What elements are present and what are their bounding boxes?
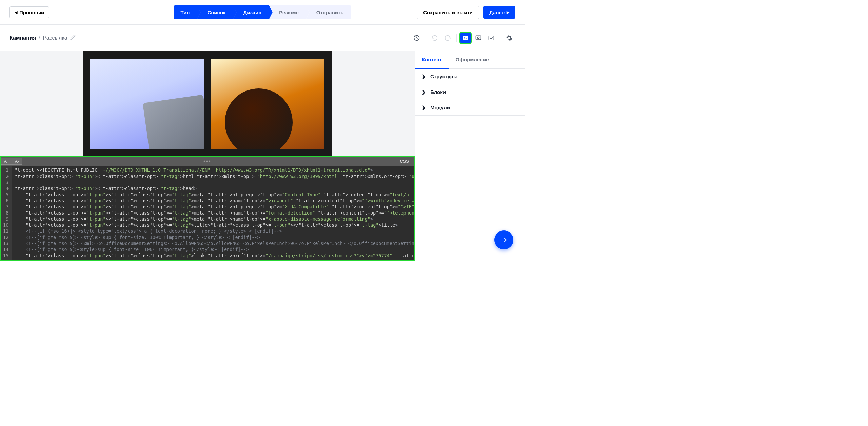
chevron-right-icon: ❯ [422,74,426,79]
chevron-right-icon: ❯ [422,89,426,95]
tab-content[interactable]: Контент [415,51,449,69]
svg-rect-2 [476,36,481,40]
side-tabs: Контент Оформление [415,51,525,69]
drag-handle-icon[interactable]: ••• [203,158,211,164]
previous-button[interactable]: ◀ Прошлый [9,6,49,18]
code-view-icon[interactable] [459,32,472,44]
step-type[interactable]: Тип [174,5,197,19]
top-bar: ◀ Прошлый Тип Список Дизайн Резюме Отпра… [0,0,525,25]
canvas-area: A+ A- ••• CSS 123456789101112131415 "t-d… [0,51,415,261]
breadcrumb-main: Кампания [9,35,36,41]
line-gutter: 123456789101112131415 [1,166,12,260]
test-email-icon[interactable] [485,32,497,44]
font-decrease-button[interactable]: A- [12,158,22,165]
next-button-label: Далее [489,9,505,15]
accordion-label: Структуры [430,74,458,79]
email-image-right[interactable] [211,59,325,149]
svg-point-3 [478,37,479,38]
accordion-modules[interactable]: ❯ Модули [415,100,525,116]
email-image-row [90,59,324,149]
svg-rect-4 [489,36,494,40]
redo-icon[interactable] [441,32,454,44]
history-icon[interactable] [411,32,423,44]
undo-icon[interactable] [429,32,441,44]
code-editor-toolbar: A+ A- ••• CSS [1,157,414,166]
code-editor-panel: A+ A- ••• CSS 123456789101112131415 "t-d… [0,156,415,261]
main-area: A+ A- ••• CSS 123456789101112131415 "t-d… [0,51,525,261]
email-preview[interactable] [83,51,332,157]
email-image-left[interactable] [90,59,204,149]
css-tab[interactable]: CSS [395,159,414,164]
side-panel: Контент Оформление ❯ Структуры ❯ Блоки ❯… [415,51,525,261]
code-content[interactable]: "t-decl"><!DOCTYPE html PUBLIC "-//W3C//… [12,166,414,260]
breadcrumb: Кампания / Рассылка [9,35,76,41]
edit-name-icon[interactable] [70,35,76,41]
accordion-label: Модули [430,105,450,110]
caret-left-icon: ◀ [15,10,17,15]
step-list[interactable]: Список [197,5,233,19]
step-summary[interactable]: Резюме [269,5,306,19]
caret-right-icon: ▶ [507,10,509,15]
chevron-right-icon: ❯ [422,105,426,110]
top-actions: Сохранить и выйти Далее ▶ [417,6,515,19]
svg-rect-0 [463,36,468,40]
code-editor[interactable]: 123456789101112131415 "t-decl"><!DOCTYPE… [1,166,414,260]
editor-toolbar [411,32,515,44]
breadcrumb-separator: / [39,35,40,41]
font-increase-button[interactable]: A+ [1,158,12,165]
next-button[interactable]: Далее ▶ [483,6,515,19]
step-send[interactable]: Отправить [306,5,351,19]
preview-icon[interactable] [472,32,485,44]
settings-icon[interactable] [503,32,515,44]
tab-design[interactable]: Оформление [449,51,495,68]
accordion-label: Блоки [430,89,446,95]
previous-button-label: Прошлый [19,9,44,15]
send-fab[interactable] [494,230,513,249]
accordion-structures[interactable]: ❯ Структуры [415,69,525,84]
breadcrumb-sub: Рассылка [43,35,67,41]
step-design[interactable]: Дизайн [233,5,269,19]
step-wizard: Тип Список Дизайн Резюме Отправить [174,5,351,19]
accordion-blocks[interactable]: ❯ Блоки [415,84,525,100]
sub-header: Кампания / Рассылка [0,25,525,51]
save-exit-button[interactable]: Сохранить и выйти [417,6,479,19]
